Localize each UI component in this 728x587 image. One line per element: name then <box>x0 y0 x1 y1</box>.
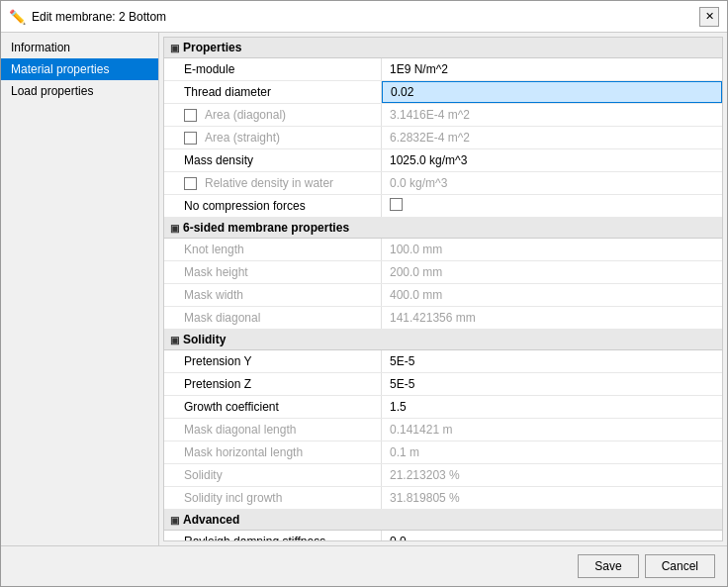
section-properties-header: ▣ Properties <box>164 38 722 58</box>
prop-value-mask-horizontal-length: 0.1 m <box>382 442 722 462</box>
dialog-title: Edit membrane: 2 Bottom <box>32 10 166 24</box>
table-row: Mass density 1025.0 kg/m^3 <box>164 149 722 172</box>
prop-value-area-straight: 6.2832E-4 m^2 <box>382 128 722 147</box>
prop-value-solidity: 21.213203 % <box>382 465 722 485</box>
main-content: Information Material properties Load pro… <box>1 33 727 545</box>
table-row: Solidity incl growth 31.819805 % <box>164 487 722 510</box>
table-row: Mask diagonal 141.421356 mm <box>164 307 722 330</box>
prop-value-mask-height: 200.0 mm <box>382 262 722 282</box>
prop-value-mask-diagonal: 141.421356 mm <box>382 308 722 328</box>
prop-label-area-diagonal: Area (diagonal) <box>164 104 382 126</box>
prop-value-mask-diagonal-length: 0.141421 m <box>382 420 722 440</box>
table-row: Area (straight) 6.2832E-4 m^2 <box>164 127 722 149</box>
table-row: Thread diameter 0.02 <box>164 81 722 104</box>
prop-label-knot-length: Knot length <box>164 239 382 260</box>
relative-density-checkbox[interactable] <box>184 177 197 190</box>
area-straight-checkbox[interactable] <box>184 132 197 145</box>
prop-label-rayleigh-stiffness: Rayleigh damping stiffness <box>164 531 382 541</box>
save-button[interactable]: Save <box>578 554 638 578</box>
cancel-button[interactable]: Cancel <box>645 554 715 578</box>
prop-label-relative-density: Relative density in water <box>164 172 382 194</box>
prop-value-rayleigh-stiffness[interactable]: 0.0 <box>382 532 722 541</box>
table-row: Mask width 400.0 mm <box>164 284 722 307</box>
title-bar: ✏️ Edit membrane: 2 Bottom ✕ <box>1 1 727 33</box>
sidebar-item-information[interactable]: Information <box>1 37 158 58</box>
prop-value-no-compression <box>382 195 722 217</box>
prop-label-mask-diagonal-length: Mask diagonal length <box>164 419 382 440</box>
prop-label-mask-height: Mask height <box>164 261 382 283</box>
table-row: Mask horizontal length 0.1 m <box>164 441 722 464</box>
prop-value-thread-diameter[interactable]: 0.02 <box>382 81 722 103</box>
prop-value-relative-density: 0.0 kg/m^3 <box>382 173 722 193</box>
prop-value-knot-length: 100.0 mm <box>382 240 722 259</box>
collapse-icon-advanced[interactable]: ▣ <box>170 515 179 526</box>
collapse-icon-6sided[interactable]: ▣ <box>170 223 179 234</box>
sidebar: Information Material properties Load pro… <box>1 33 159 545</box>
no-compression-checkbox[interactable] <box>390 198 403 211</box>
dialog-icon: ✏️ <box>9 9 26 25</box>
sidebar-item-load-properties[interactable]: Load properties <box>1 80 158 102</box>
prop-value-area-diagonal: 3.1416E-4 m^2 <box>382 105 722 125</box>
prop-value-mass-density[interactable]: 1025.0 kg/m^3 <box>382 150 722 170</box>
prop-value-pretension-z[interactable]: 5E-5 <box>382 374 722 394</box>
collapse-icon[interactable]: ▣ <box>170 43 179 53</box>
table-row: Rayleigh damping stiffness 0.0 <box>164 531 722 541</box>
section-solidity-header: ▣ Solidity <box>164 330 722 350</box>
prop-label-pretension-z: Pretension Z <box>164 373 382 395</box>
close-button[interactable]: ✕ <box>699 7 719 27</box>
section-6sided-label: 6-sided membrane properties <box>183 221 349 235</box>
table-row: Pretension Y 5E-5 <box>164 350 722 373</box>
prop-value-mask-width: 400.0 mm <box>382 285 722 305</box>
prop-label-solidity-incl-growth: Solidity incl growth <box>164 487 382 509</box>
prop-label-area-straight: Area (straight) <box>164 127 382 148</box>
prop-label-thread-diameter: Thread diameter <box>164 81 382 103</box>
prop-label-no-compression: No compression forces <box>164 195 382 217</box>
prop-value-solidity-incl-growth: 31.819805 % <box>382 488 722 508</box>
section-6sided-header: ▣ 6-sided membrane properties <box>164 218 722 239</box>
sidebar-item-material-properties[interactable]: Material properties <box>1 58 158 80</box>
prop-label-mask-horizontal-length: Mask horizontal length <box>164 441 382 463</box>
prop-label-mask-diagonal: Mask diagonal <box>164 307 382 329</box>
title-bar-left: ✏️ Edit membrane: 2 Bottom <box>9 9 166 25</box>
prop-label-growth-coefficient: Growth coefficient <box>164 396 382 418</box>
table-row: Knot length 100.0 mm <box>164 239 722 261</box>
table-row: Mask height 200.0 mm <box>164 261 722 284</box>
prop-label-emodule: E-module <box>164 58 382 80</box>
footer: Save Cancel <box>1 545 727 586</box>
area-diagonal-checkbox[interactable] <box>184 109 197 122</box>
prop-value-pretension-y[interactable]: 5E-5 <box>382 351 722 371</box>
table-row: E-module 1E9 N/m^2 <box>164 58 722 81</box>
section-properties-label: Properties <box>183 41 241 54</box>
section-solidity-label: Solidity <box>183 333 226 346</box>
table-row: Pretension Z 5E-5 <box>164 373 722 396</box>
table-row: Solidity 21.213203 % <box>164 464 722 487</box>
table-row: No compression forces <box>164 195 722 218</box>
prop-value-emodule[interactable]: 1E9 N/m^2 <box>382 59 722 79</box>
collapse-icon-solidity[interactable]: ▣ <box>170 335 179 345</box>
dialog: ✏️ Edit membrane: 2 Bottom ✕ Information… <box>0 0 728 587</box>
table-row: Relative density in water 0.0 kg/m^3 <box>164 172 722 195</box>
table-row: Area (diagonal) 3.1416E-4 m^2 <box>164 104 722 127</box>
prop-label-mask-width: Mask width <box>164 284 382 306</box>
table-row: Mask diagonal length 0.141421 m <box>164 419 722 441</box>
prop-value-growth-coefficient[interactable]: 1.5 <box>382 397 722 417</box>
prop-label-solidity: Solidity <box>164 464 382 486</box>
table-row: Growth coefficient 1.5 <box>164 396 722 419</box>
prop-label-mass-density: Mass density <box>164 149 382 171</box>
prop-label-pretension-y: Pretension Y <box>164 350 382 372</box>
properties-panel: ▣ Properties E-module 1E9 N/m^2 Thread d… <box>163 37 723 541</box>
section-advanced-header: ▣ Advanced <box>164 510 722 531</box>
section-advanced-label: Advanced <box>183 513 239 527</box>
